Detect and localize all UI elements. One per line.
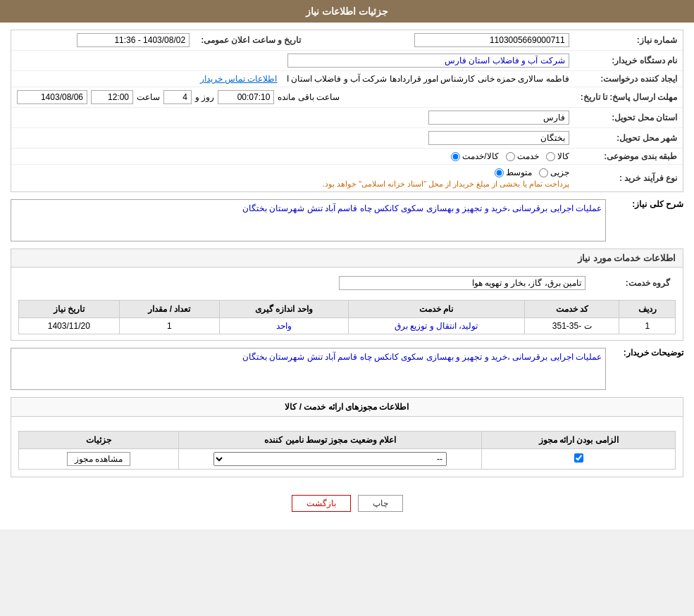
shahr-input[interactable] [428, 131, 569, 145]
khedmat-label: خدمت [517, 151, 539, 161]
khadamat-section: اطلاعات خدمات مورد نیاز گروه خدمت: ردیف [11, 249, 683, 341]
roz-input[interactable] [163, 90, 192, 104]
kala-label: کالا [557, 151, 569, 161]
kala-radio[interactable] [546, 152, 555, 161]
sharh-textarea[interactable] [11, 199, 606, 241]
shahr-row: شهر محل تحویل: [11, 128, 683, 149]
th-required: الزامی بودن ارائه مجوز [482, 432, 676, 449]
group-row: گروه خدمت: [18, 273, 676, 293]
services-table: ردیف کد خدمت نام خدمت واحد اندازه گیری ت… [18, 300, 676, 334]
jozee-label: جزیی [550, 168, 569, 177]
license-table: الزامی بودن ارائه مجوز اعلام وضعیت مجوز … [18, 431, 676, 470]
status-cell: -- [178, 449, 481, 470]
th-count: تعداد / مقدار [119, 301, 219, 318]
status-select[interactable]: -- [213, 452, 447, 466]
page-wrapper: جزئیات اطلاعات نیاز شماره نیاز: تاریخ و … [0, 0, 694, 529]
th-name: نام خدمت [348, 301, 524, 318]
back-button[interactable]: بازگشت [292, 495, 351, 512]
shomara-label: شماره نیاز: [575, 30, 683, 51]
cell-code: ت -35-351 [524, 318, 619, 334]
license-section: اطلاعات مجوزهای ارائه خدمت / کالا الزامی… [11, 397, 683, 477]
cell-radif: 1 [619, 318, 676, 334]
noee-row: نوع فرآیند خرید : جزیی متوسط [11, 165, 683, 192]
mohlet-label: مهلت ارسال پاسخ: تا تاریخ: [575, 87, 683, 108]
th-status: اعلام وضعیت مجوز توسط نامین کننده [178, 432, 481, 449]
th-date: تاریخ نیاز [19, 301, 120, 318]
remaining-input[interactable] [218, 90, 274, 104]
license-title: اطلاعات مجوزهای ارائه خدمت / کالا [285, 402, 409, 412]
print-button[interactable]: چاپ [358, 495, 403, 512]
kala-khedmat-radio[interactable] [451, 152, 460, 161]
license-row: -- مشاهده مجوز [19, 449, 676, 470]
group-value [18, 273, 591, 293]
license-header-row: الزامی بودن ارائه مجوز اعلام وضعیت مجوز … [19, 432, 676, 449]
shahr-label: شهر محل تحویل: [575, 128, 683, 149]
main-content: شماره نیاز: تاریخ و ساعت اعلان عمومی: نا… [0, 23, 694, 529]
khedmat-radio[interactable] [506, 152, 515, 161]
tabaqe-value: کالا خدمت کالا/خدمت [11, 149, 575, 165]
ostan-label: استان محل تحویل: [575, 108, 683, 128]
main-info-section: شماره نیاز: تاریخ و ساعت اعلان عمومی: نا… [11, 30, 683, 192]
motavasset-radio[interactable] [495, 168, 504, 177]
sharh-label: شرح کلی نیاز: [613, 199, 683, 209]
shomara-row: شماره نیاز: تاریخ و ساعت اعلان عمومی: [11, 30, 683, 51]
services-header-row: ردیف کد خدمت نام خدمت واحد اندازه گیری ت… [19, 301, 676, 318]
ijad-row: ایجاد کننده درخواست: فاطمه سالاری حمزه خ… [11, 71, 683, 87]
motavasset-label: متوسط [506, 168, 532, 177]
tarikh-label: تاریخ و ساعت اعلان عمومی: [195, 30, 306, 51]
khadamat-header: اطلاعات خدمات مورد نیاز [11, 249, 683, 268]
page-header: جزئیات اطلاعات نیاز [0, 0, 694, 23]
time-input[interactable] [91, 90, 133, 104]
khadamat-title: اطلاعات خدمات مورد نیاز [578, 253, 676, 263]
group-input[interactable] [339, 276, 585, 290]
kala-khedmat-label: کالا/خدمت [462, 151, 498, 161]
required-cell [482, 449, 676, 470]
page-title: جزئیات اطلاعات نیاز [306, 6, 388, 17]
tarikh-input[interactable] [77, 33, 190, 47]
license-section-title: اطلاعات مجوزهای ارائه خدمت / کالا [11, 398, 683, 417]
dastgah-label: نام دستگاه خریدار: [575, 51, 683, 71]
tabaqe-label: طبقه بندی موضوعی: [575, 149, 683, 165]
buyer-desc-label: توضیحات خریدار: [613, 348, 683, 358]
cell-count: 1 [119, 318, 219, 334]
khadamat-subsection: گروه خدمت: ردیف کد خدمت نام خدمت واحد ان… [11, 268, 683, 340]
group-label: گروه خدمت: [591, 273, 676, 293]
required-checkbox[interactable] [574, 453, 583, 463]
group-table: گروه خدمت: [18, 273, 676, 293]
th-radif: ردیف [619, 301, 676, 318]
th-code: کد خدمت [524, 301, 619, 318]
noee-label: نوع فرآیند خرید : [575, 165, 683, 192]
tabaqe-row: طبقه بندی موضوعی: کالا خدمت [11, 149, 683, 165]
noee-value: جزیی متوسط پرداخت تمام یا بخشی از مبلغ خ… [11, 165, 575, 192]
ostan-value [11, 108, 575, 128]
jozee-radio[interactable] [539, 168, 548, 177]
view-license-button[interactable]: مشاهده مجوز [67, 452, 130, 466]
cell-unit: واحد [220, 318, 349, 334]
time-label: ساعت [137, 92, 160, 102]
dastgah-value [11, 51, 575, 71]
ostan-input[interactable] [428, 111, 569, 125]
footer-buttons: چاپ بازگشت [11, 484, 683, 522]
table-row: 1 ت -35-351 تولید، انتقال و توزیع برق وا… [19, 318, 676, 334]
ijad-value: فاطمه سالاری حمزه خانی کارشناس امور قرار… [11, 71, 575, 87]
dastgah-row: نام دستگاه خریدار: [11, 51, 683, 71]
dastgah-input[interactable] [287, 54, 569, 68]
ijad-link[interactable]: اطلاعات تماس خریدار [200, 74, 278, 84]
detail-cell: مشاهده مجوز [19, 449, 179, 470]
mohlet-row: مهلت ارسال پاسخ: تا تاریخ: ساعت باقی مان… [11, 87, 683, 108]
cell-name: تولید، انتقال و توزیع برق [348, 318, 524, 334]
tarikh-value [11, 30, 195, 51]
shomara-value [328, 30, 575, 51]
license-content: الزامی بودن ارائه مجوز اعلام وضعیت مجوز … [11, 417, 683, 477]
roz-label: روز و [195, 92, 214, 102]
ijad-text: فاطمه سالاری حمزه خانی کارشناس امور قرار… [287, 74, 569, 84]
shomara-input[interactable] [414, 33, 569, 47]
buyer-desc-textarea[interactable] [11, 348, 606, 390]
date-input[interactable] [17, 90, 87, 104]
th-unit: واحد اندازه گیری [220, 301, 349, 318]
cell-date: 1403/11/20 [19, 318, 120, 334]
shahr-value [11, 128, 575, 149]
remaining-label: ساعت باقی مانده [278, 92, 340, 102]
info-table: شماره نیاز: تاریخ و ساعت اعلان عمومی: نا… [11, 30, 683, 191]
sharh-section: شرح کلی نیاز: [11, 199, 683, 241]
